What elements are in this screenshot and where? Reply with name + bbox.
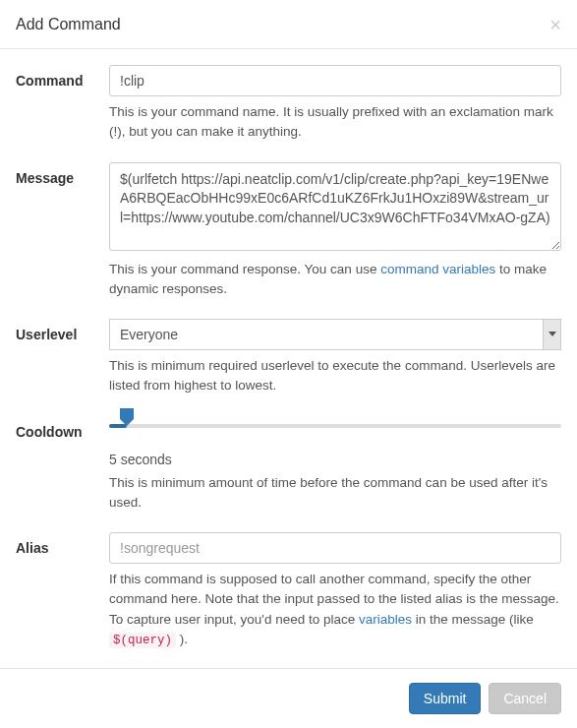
submit-button[interactable]: Submit [409, 683, 482, 714]
command-label: Command [16, 65, 109, 89]
message-textarea[interactable] [109, 162, 561, 251]
cancel-button[interactable]: Cancel [489, 683, 561, 714]
message-help: This is your command response. You can u… [109, 260, 561, 300]
alias-label: Alias [16, 532, 109, 556]
modal-header: Add Command × [0, 0, 577, 49]
cooldown-value: 5 seconds [109, 452, 561, 467]
command-input[interactable] [109, 65, 561, 96]
modal-body: Command This is your command name. It is… [0, 49, 577, 668]
userlevel-help: This is minimum required userlevel to ex… [109, 356, 561, 396]
cooldown-slider[interactable] [109, 416, 561, 440]
command-variables-link[interactable]: command variables [380, 262, 495, 276]
alias-help: If this command is supposed to call anot… [109, 570, 561, 650]
cooldown-help: This is minimum amount of time before th… [109, 473, 561, 514]
slider-track [109, 424, 561, 428]
userlevel-select[interactable]: Everyone [109, 319, 561, 350]
userlevel-label: Userlevel [16, 319, 109, 342]
cooldown-group: Cooldown 5 seconds This is minimum amoun… [16, 416, 561, 514]
userlevel-group: Userlevel Everyone This is minimum requi… [16, 319, 561, 396]
add-command-modal: Add Command × Command This is your comma… [0, 0, 577, 728]
cooldown-label: Cooldown [16, 416, 109, 440]
message-group: Message This is your command response. Y… [16, 162, 561, 300]
modal-footer: Submit Cancel [0, 668, 577, 728]
command-help: This is your command name. It is usually… [109, 102, 561, 143]
message-label: Message [16, 162, 109, 186]
close-button[interactable]: × [549, 15, 561, 34]
alias-group: Alias If this command is supposed to cal… [16, 532, 561, 650]
slider-thumb[interactable] [120, 408, 134, 426]
close-icon: × [549, 14, 561, 35]
modal-title: Add Command [16, 16, 121, 33]
variables-link[interactable]: variables [359, 612, 412, 627]
command-group: Command This is your command name. It is… [16, 65, 561, 143]
query-code: $(query) [109, 633, 176, 648]
alias-input[interactable] [109, 532, 561, 564]
